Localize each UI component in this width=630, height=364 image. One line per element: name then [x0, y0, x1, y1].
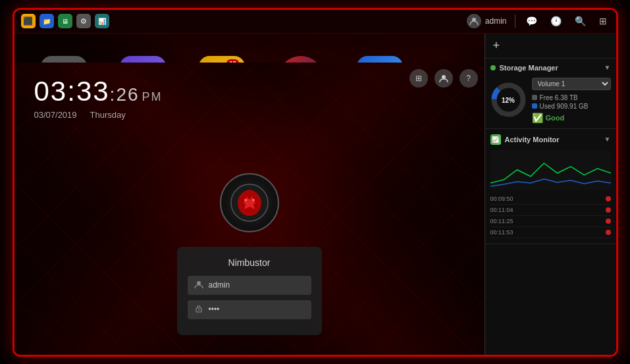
storage-widget-title: Storage Manager [500, 64, 600, 72]
activity-widget-header: 📈 Activity Monitor ▼ [490, 134, 611, 145]
monitor-taskbar-icon[interactable]: 📊 [95, 14, 109, 28]
dragon-circle [220, 173, 279, 232]
activity-icon: 📈 [490, 134, 501, 145]
activity-widget: 📈 Activity Monitor ▼ 00:09:50 [485, 129, 616, 244]
activity-widget-title: Activity Monitor [505, 136, 600, 143]
svg-point-44 [244, 199, 247, 201]
donut-percent: 12% [502, 96, 515, 103]
lock-screen: ⊞ ? 03:33:26PM 03/07/2019 Thursday [14, 63, 485, 355]
activity-time-4: 00:11:53 [490, 229, 513, 236]
taskbar-left: ⬛ 📁 🖥 ⚙ 📊 [21, 14, 109, 28]
admin-label: admin [485, 16, 507, 26]
storage-status-dot [490, 65, 496, 70]
volume-select[interactable]: Volume 1 [532, 78, 611, 90]
adm-taskbar-icon[interactable]: 🖥 [58, 14, 72, 28]
storage-content: 12% Volume 1 Free 6.38 TB Used 909.91 GB [490, 77, 611, 123]
login-title: Nimbustor [188, 257, 311, 268]
lock-date-display: 03/07/2019 Thursday [34, 110, 163, 120]
storage-widget-header: Storage Manager ▼ [490, 64, 611, 72]
storage-widget-chevron[interactable]: ▼ [604, 64, 611, 71]
good-check-icon: ✅ [532, 113, 543, 123]
lock-user-button[interactable] [434, 69, 453, 88]
activity-row-3: 00:11:25 [490, 216, 611, 227]
activity-time-3: 00:11:25 [490, 218, 513, 224]
taskbar-right: admin 💬 🕐 🔍 ⊞ [467, 14, 610, 28]
free-storage-row: Free 6.38 TB [532, 94, 611, 101]
grid-taskbar-icon[interactable]: ⊞ [596, 14, 610, 28]
password-field [188, 300, 311, 319]
activity-status-2 [606, 207, 611, 213]
lock-field-icon [194, 304, 203, 315]
good-text: Good [546, 114, 565, 122]
activity-row-4: 00:11:53 [490, 227, 611, 238]
used-storage-row: Used 909.91 GB [532, 103, 611, 110]
lock-time-seconds: :26 [110, 84, 140, 105]
admin-avatar [467, 14, 481, 28]
lock-controls: ⊞ ? [409, 69, 478, 88]
lock-help-button[interactable]: ? [459, 69, 478, 88]
username-field [188, 276, 311, 295]
desktop: ⬛ 📁 🖥 ⚙ 📊 admin 💬 [14, 10, 616, 355]
panel-add-button[interactable]: + [485, 34, 616, 59]
settings-taskbar-icon[interactable]: ⚙ [76, 14, 91, 28]
lock-time-display: 03:33:26PM [34, 76, 163, 107]
chat-icon[interactable]: 💬 [523, 14, 540, 28]
storage-info: Volume 1 Free 6.38 TB Used 909.91 GB ✅ [532, 77, 611, 123]
activity-status-1 [606, 196, 611, 201]
activity-time-1: 00:09:50 [490, 195, 513, 202]
files-taskbar-icon[interactable]: 📁 [39, 14, 54, 28]
activity-graph [490, 150, 611, 190]
user-field-icon [194, 280, 203, 291]
activity-row-2: 00:11:04 [490, 205, 611, 216]
used-dot [532, 103, 537, 109]
free-label: Free 6.38 TB [540, 94, 578, 101]
free-dot [532, 95, 537, 100]
activity-widget-chevron[interactable]: ▼ [604, 136, 611, 143]
lock-time-ampm: PM [142, 90, 163, 103]
lock-date: 03/07/2019 [34, 110, 77, 120]
clock-icon[interactable]: 🕐 [548, 14, 564, 28]
activity-rows: 00:09:50 00:11:04 00:11:25 00:11:53 [490, 194, 611, 238]
used-label: Used 909.91 GB [540, 103, 589, 110]
password-input[interactable] [209, 305, 305, 314]
activity-row-1: 00:09:50 [490, 194, 611, 205]
lock-grid-button[interactable]: ⊞ [409, 69, 428, 88]
svg-point-45 [252, 199, 255, 201]
good-badge: ✅ Good [532, 113, 611, 123]
activity-time-2: 00:11:04 [490, 207, 513, 213]
svg-point-48 [198, 309, 199, 311]
svg-point-41 [442, 75, 446, 79]
svg-point-46 [197, 281, 201, 285]
search-taskbar-icon[interactable]: 🔍 [572, 14, 589, 28]
device-frame: ⬛ 📁 🖥 ⚙ 📊 admin 💬 [13, 8, 618, 357]
lock-day: Thursday [90, 110, 126, 120]
storage-donut: 12% [490, 82, 527, 118]
username-input[interactable] [209, 280, 305, 290]
right-panel: + Storage Manager ▼ 12% [485, 34, 616, 355]
login-form: Nimbustor [177, 247, 322, 335]
storage-widget: Storage Manager ▼ 12% Volume 1 [485, 59, 616, 129]
lock-time-section: 03:33:26PM 03/07/2019 Thursday [34, 76, 163, 120]
admin-section[interactable]: admin [467, 14, 507, 28]
lock-time-hour: 03:33 [34, 76, 110, 107]
launcher-icon[interactable]: ⬛ [21, 14, 36, 28]
activity-status-4 [606, 230, 611, 235]
dragon-logo [220, 173, 279, 232]
activity-status-3 [606, 219, 611, 224]
taskbar-divider [515, 14, 515, 28]
taskbar: ⬛ 📁 🖥 ⚙ 📊 admin 💬 [14, 10, 616, 34]
